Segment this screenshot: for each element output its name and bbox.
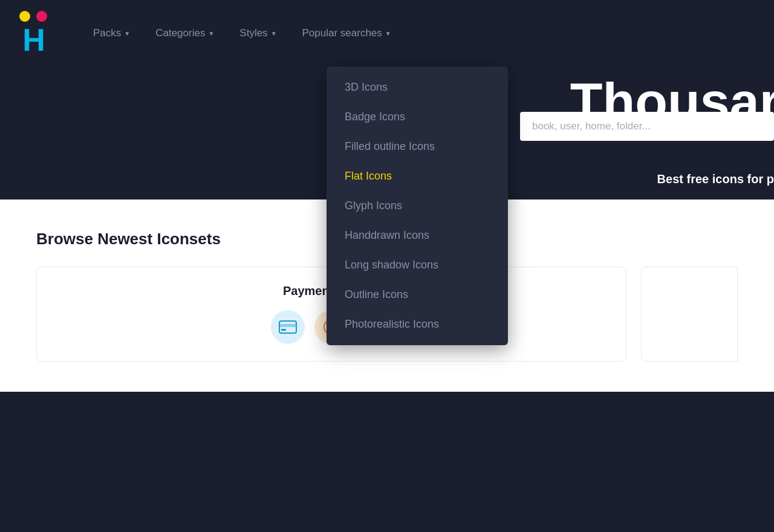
nav-label-popular-searches: Popular searches [302, 27, 382, 39]
nav-label-packs: Packs [93, 27, 121, 39]
logo-letter: H [22, 24, 44, 56]
search-placeholder: book, user, home, folder... [532, 120, 651, 132]
search-bar[interactable]: book, user, home, folder... [520, 112, 774, 141]
dropdown-item-long-shadow-icons[interactable]: Long shadow Icons [327, 250, 508, 280]
nav-label-styles: Styles [239, 27, 267, 39]
logo[interactable]: H [19, 11, 47, 56]
dot-pink-icon [36, 11, 47, 22]
header: H Packs ▼ Categories ▼ Styles ▼ Popular … [0, 0, 774, 66]
nav-item-popular-searches[interactable]: Popular searches ▼ [293, 22, 401, 44]
dropdown-item-badge-icons[interactable]: Badge Icons [327, 102, 508, 132]
nav: Packs ▼ Categories ▼ Styles ▼ Popular se… [83, 22, 755, 44]
credit-card-icon [271, 310, 305, 344]
chevron-down-icon: ▼ [271, 30, 277, 37]
nav-item-categories[interactable]: Categories ▼ [146, 22, 224, 44]
dropdown-item-flat-icons[interactable]: Flat Icons [327, 161, 508, 191]
dropdown-item-outline-icons[interactable]: Outline Icons [327, 280, 508, 310]
nav-item-styles[interactable]: Styles ▼ [230, 22, 286, 44]
svg-rect-1 [279, 324, 296, 327]
dropdown-item-filled-outline-icons[interactable]: Filled outline Icons [327, 132, 508, 161]
chevron-down-icon: ▼ [208, 30, 214, 37]
dot-yellow-icon [19, 11, 30, 22]
logo-dots [19, 11, 47, 22]
hero-subtitle: Best free icons for p [657, 172, 774, 186]
dropdown-item-photorealistic-icons[interactable]: Photorealistic Icons [327, 310, 508, 339]
dropdown-item-glyph-icons[interactable]: Glyph Icons [327, 191, 508, 221]
dropdown-item-handdrawn-icons[interactable]: Handdrawn Icons [327, 221, 508, 250]
chevron-down-icon: ▼ [124, 30, 130, 37]
iconset-card-partial[interactable] [641, 267, 738, 362]
dropdown-item-3d-icons[interactable]: 3D Icons [327, 73, 508, 102]
nav-label-categories: Categories [155, 27, 205, 39]
dropdown-menu: 3D Icons Badge Icons Filled outline Icon… [327, 66, 508, 345]
nav-item-packs[interactable]: Packs ▼ [83, 22, 140, 44]
chevron-down-icon: ▼ [385, 30, 391, 37]
svg-rect-2 [281, 329, 286, 331]
styles-dropdown: 3D Icons Badge Icons Filled outline Icon… [327, 66, 508, 345]
